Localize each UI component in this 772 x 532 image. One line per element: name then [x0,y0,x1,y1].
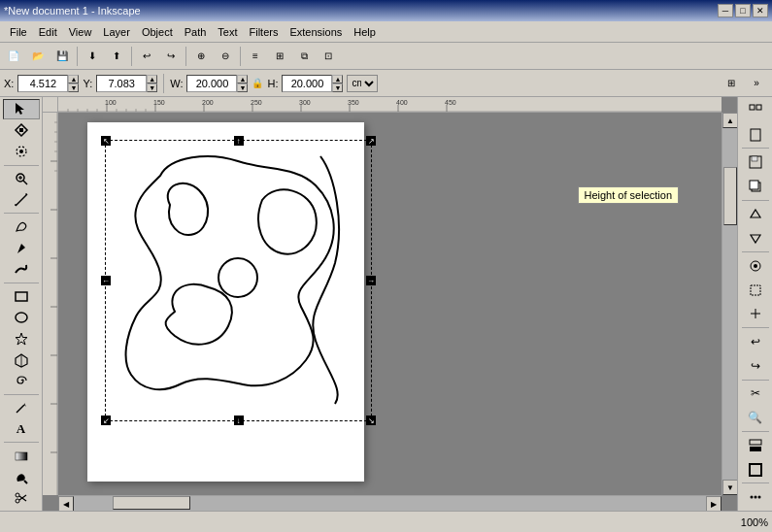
tool-text[interactable]: A [3,419,40,440]
rtb-stroke[interactable] [741,458,770,482]
minimize-button[interactable]: ─ [718,4,733,17]
rtb-snap-bbox[interactable] [741,279,770,302]
tool-calligraphy[interactable] [3,259,40,280]
rtb-cut[interactable]: ✂ [741,382,770,406]
h-label: H: [267,78,278,89]
svg-point-80 [754,496,756,499]
tb-ungroup[interactable]: ⊡ [317,46,340,67]
tb-zoom-out[interactable]: ⊖ [214,46,237,67]
toolbar-overflow[interactable]: » [745,73,768,94]
x-spin-down[interactable]: ▼ [68,83,79,92]
tool-node[interactable] [3,120,40,141]
tool-ellipse[interactable] [3,307,40,327]
menu-item-edit[interactable]: Edit [33,24,63,40]
tb-export[interactable]: ⬆ [105,46,128,67]
rtb-page[interactable] [741,123,770,147]
maximize-button[interactable]: □ [735,4,751,17]
svg-text:150: 150 [153,99,165,106]
tb-align[interactable]: ≡ [244,46,267,67]
tool-spiral[interactable] [3,371,40,391]
y-input[interactable] [96,75,147,92]
rtb-undo[interactable]: ↩ [741,330,770,353]
handle-bot-right[interactable]: ↘ [366,416,376,425]
x-input[interactable] [17,75,68,92]
menu-item-path[interactable]: Path [179,24,213,40]
rtb-up[interactable] [741,203,770,226]
vscroll-down[interactable]: ▼ [722,480,737,495]
menu-item-object[interactable]: Object [136,24,179,40]
vscroll-thumb[interactable] [723,167,737,225]
tb-distribute[interactable]: ⊞ [268,46,291,67]
w-input[interactable] [186,75,237,92]
rtb-redo[interactable]: ↪ [741,354,770,378]
menu-item-layer[interactable]: Layer [97,24,136,40]
svg-rect-78 [750,464,761,476]
tool-select[interactable] [3,99,40,119]
tool-rect[interactable] [3,285,40,306]
hscroll-thumb[interactable] [113,496,190,510]
h-input[interactable] [282,75,332,92]
tool-fill[interactable] [3,467,40,487]
y-spin-down[interactable]: ▼ [147,83,157,92]
menu-item-file[interactable]: File [4,24,33,40]
vscroll[interactable]: ▲ ▼ [722,113,737,495]
handle-mid-right[interactable]: → [366,276,376,285]
tb-zoom-in[interactable]: ⊕ [189,46,213,67]
rtb-save[interactable] [741,150,770,174]
rtb-more1[interactable] [741,485,770,509]
tool-tweak[interactable] [3,142,40,162]
snap-toggle[interactable]: ⊞ [720,73,743,94]
svg-rect-10 [16,292,27,301]
unit-select[interactable]: cm mm px in pt [347,75,378,92]
hscroll[interactable]: ◀ ▶ [58,495,722,511]
vscroll-up[interactable]: ▲ [722,113,737,128]
hscroll-left[interactable]: ◀ [58,496,74,511]
rtb-snap3[interactable] [741,303,770,326]
tool-pen[interactable] [3,238,40,258]
rtb-snap-nodes[interactable] [741,254,770,278]
rtb-fill[interactable] [741,434,770,457]
menu-item-extensions[interactable]: Extensions [284,24,348,40]
canvas-content[interactable]: ↖ ↑ ↗ ← → ↙ ↓ ↘ [58,113,722,495]
menu-item-view[interactable]: View [63,24,98,40]
tool-pencil2[interactable] [3,398,40,418]
tool-pencil[interactable] [3,216,40,237]
y-spin-up[interactable]: ▲ [147,75,157,83]
handle-top-right[interactable]: ↗ [366,136,376,146]
tool-gradient[interactable] [3,446,40,466]
svg-point-81 [757,496,760,499]
tool-scissors[interactable] [3,488,40,509]
menu-item-text[interactable]: Text [212,24,243,40]
rtb-search[interactable]: 🔍 [741,406,770,429]
close-button[interactable]: ✕ [753,4,768,17]
tb-save[interactable]: 💾 [50,46,74,67]
tb-open[interactable]: 📂 [26,46,50,67]
menu-item-help[interactable]: Help [348,24,382,40]
x-spin-up[interactable]: ▲ [68,75,79,83]
rtb-copy[interactable] [741,175,770,198]
tb-undo[interactable]: ↩ [135,46,158,67]
svg-line-7 [16,194,27,206]
tb-redo[interactable]: ↪ [159,46,183,67]
tb-import[interactable]: ⬇ [81,46,104,67]
zoom-area: 100% [741,516,768,528]
vscroll-track[interactable] [722,128,737,480]
tool-3d[interactable] [3,349,40,370]
canvas-area[interactable]: 100 150 200 250 300 350 400 450 [43,97,737,511]
hscroll-track[interactable] [74,496,706,511]
h-spin-down[interactable]: ▼ [332,83,343,92]
menu-item-filters[interactable]: Filters [244,24,285,40]
rtb-snap1[interactable] [741,99,770,122]
tb-group[interactable]: ⧉ [292,46,316,67]
rtb-down[interactable] [741,226,770,249]
tb-new[interactable]: 📄 [2,46,25,67]
hscroll-right[interactable]: ▶ [706,496,722,511]
text-icon: A [17,421,25,437]
tool-star[interactable] [3,328,40,349]
w-spin-down[interactable]: ▼ [237,83,248,92]
tool-zoom[interactable] [3,168,40,188]
h-spin-up[interactable]: ▲ [332,75,343,83]
w-spin-up[interactable]: ▲ [237,75,248,83]
lock-icon[interactable]: 🔒 [252,78,263,88]
tool-measure[interactable] [3,189,40,210]
